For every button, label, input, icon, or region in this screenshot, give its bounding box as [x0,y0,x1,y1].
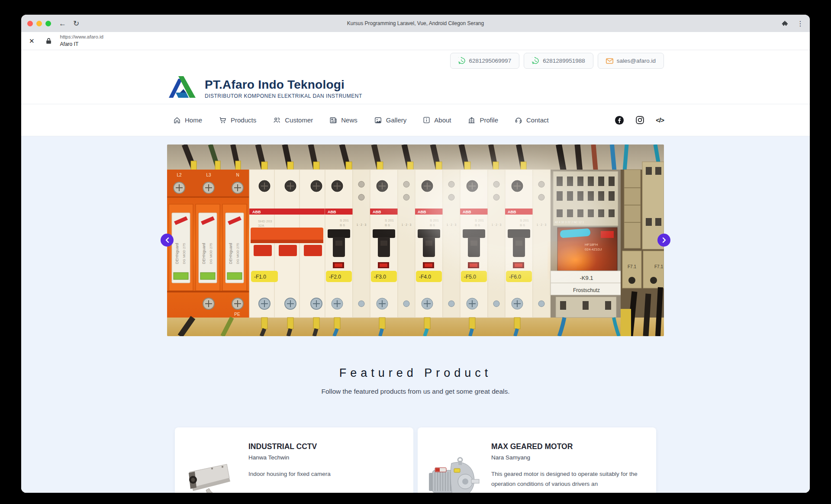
featured-heading: Featured Product [21,366,810,380]
hero-label-n: N [236,173,239,177]
relay-tag-label: -K9.1 [580,275,593,281]
featured-cards: INDUSTRIAL CCTV Hanwa Techwin Indoor hou… [21,427,810,493]
whatsapp-icon [532,57,539,64]
module-model-text: DG MOD 275 [209,243,213,264]
minimize-window-button[interactable] [36,21,42,26]
module-brand-text: DEHNguard [229,243,233,264]
whatsapp-icon [458,57,466,64]
whatsapp-contact-button-2[interactable]: 6281289951988 [524,53,593,69]
close-window-button[interactable] [27,21,33,26]
hero-label-pe: PE [234,312,240,317]
surge-protector-panel: L2 L3 N [167,170,249,318]
nav-item-profile[interactable]: Profile [467,116,498,124]
nav-label: Home [185,116,202,124]
site-name: Afaro IT [60,41,103,48]
browser-window: ← ↻ Kursus Programming Laravel, Vue, And… [21,15,810,493]
svg-text:1 · 2 · 3: 1 · 2 · 3 [357,223,367,226]
product-card-motor[interactable]: MAX GEARED MOTOR Nara Samyang This geare… [418,427,656,493]
maximize-window-button[interactable] [45,21,51,26]
contact-label: 6281295069997 [469,58,512,64]
chevron-right-icon [662,238,666,243]
carousel-next-button[interactable] [657,234,670,247]
breaker-label-f3: -F3.0 [374,274,386,280]
company-name: PT.Afaro Indo Teknologi [205,78,362,92]
close-icon[interactable]: ✕ [29,37,35,45]
contact-row: 6281295069997 6281289951988 sales@afaro.… [167,50,664,69]
mail-icon [606,58,613,64]
users-icon [273,116,281,124]
contact-label: 6281289951988 [543,58,585,64]
terminal-tag-label: F7.1 [628,264,636,269]
relay-name-label: Frostschutz [573,287,600,293]
info-icon [423,116,430,124]
nav-label: Contact [526,116,549,124]
web-page: 6281295069997 6281289951988 sales@afaro.… [21,50,810,493]
nav-label: News [341,116,358,124]
nav-item-products[interactable]: Products [219,116,256,124]
url-bar: ✕ https://www.afaro.id Afaro IT [21,32,810,50]
breaker-label-f1: -F1.0 [254,274,266,280]
newspaper-icon [329,116,337,124]
nav-item-home[interactable]: Home [173,116,202,124]
hero-section: L2 L3 N [21,136,810,493]
back-button[interactable]: ← [59,20,66,27]
abb-brand-text: ABB [328,210,336,214]
facebook-icon[interactable] [615,116,624,125]
extensions-puzzle-icon[interactable] [781,20,788,27]
product-brand: Nara Samyang [491,454,646,461]
titlebar: ← ↻ Kursus Programming Laravel, Vue, And… [21,15,810,32]
company-logo[interactable]: PT.Afaro Indo Teknologi DISTRIBUTOR KOMP… [167,73,664,104]
product-name: INDUSTRIAL CCTV [248,442,331,451]
instagram-icon[interactable] [635,116,644,125]
product-name: MAX GEARED MOTOR [491,442,646,451]
refresh-button[interactable]: ↻ [73,20,79,27]
company-tagline: DISTRIBUTOR KOMPONEN ELEKTRIKAL DAN INST… [205,93,362,99]
headset-icon [515,116,522,124]
chevron-left-icon [165,238,169,243]
pole-model-text2: 32A [258,224,264,228]
logo-mark-icon [167,73,198,104]
email-contact-button[interactable]: sales@afaro.id [598,53,664,69]
code-icon[interactable]: </> [656,116,664,124]
breaker-label-f5: -F5.0 [464,274,476,280]
dehnguard-modules: DEHNguard DG MOD 275 DEHNguard DG MOD 27… [169,204,247,291]
module-brand-text: DEHNguard [175,243,179,264]
image-icon [374,116,382,124]
module-model-text: DG MOD 275 [182,243,186,264]
breaker-label-f6: -F6.0 [509,274,521,280]
nav-item-news[interactable]: News [329,116,358,124]
nav-label: About [434,116,451,124]
nav-item-customer[interactable]: Customer [273,116,313,124]
whatsapp-contact-button-1[interactable]: 6281295069997 [450,53,520,69]
abb-brand-text: ABB [252,210,261,214]
featured-subheading: Follow the featured products from us and… [21,388,810,395]
nav-socials: </> [615,116,664,125]
building-icon [467,116,476,124]
carousel-prev-button[interactable] [161,234,174,247]
breaker-f1: ABB SHD 203 32A -F1.0 [249,170,325,318]
url-text: https://www.afaro.id [60,33,103,41]
nav-item-gallery[interactable]: Gallery [374,116,407,124]
lock-icon[interactable] [46,38,52,44]
product-description: Indoor housing for fixed camera [248,469,331,479]
nav-item-contact[interactable]: Contact [515,116,549,124]
nav-label: Gallery [386,116,407,124]
terminal-tag-label: F7.1 [654,264,663,269]
product-description: This geared motor is designed to operate… [491,469,646,489]
nav-item-about[interactable]: About [423,116,451,124]
navbar: Home Products Customer News Gallery [21,104,810,136]
product-brand: Hanwa Techwin [248,454,331,461]
product-card-cctv[interactable]: INDUSTRIAL CCTV Hanwa Techwin Indoor hou… [175,427,413,493]
pole-model-text: SHD 203 [258,219,272,223]
hero-label-l3: L3 [206,173,211,177]
window-title: Kursus Programming Laravel, Vue, Android… [21,20,810,26]
breaker-label-f4: -F4.0 [419,274,431,280]
module-model-text: DG MOD 275 [236,243,240,264]
home-icon [173,116,181,124]
terminal-section: F7.1 F7.1 [621,162,664,336]
product-image-motor [428,438,480,493]
hero-image-electrical-panel: L2 L3 N [167,144,664,336]
model-text: B 6 [340,223,345,227]
hero-label-l2: L2 [177,173,182,177]
browser-menu-icon[interactable]: ⋮ [797,19,804,28]
